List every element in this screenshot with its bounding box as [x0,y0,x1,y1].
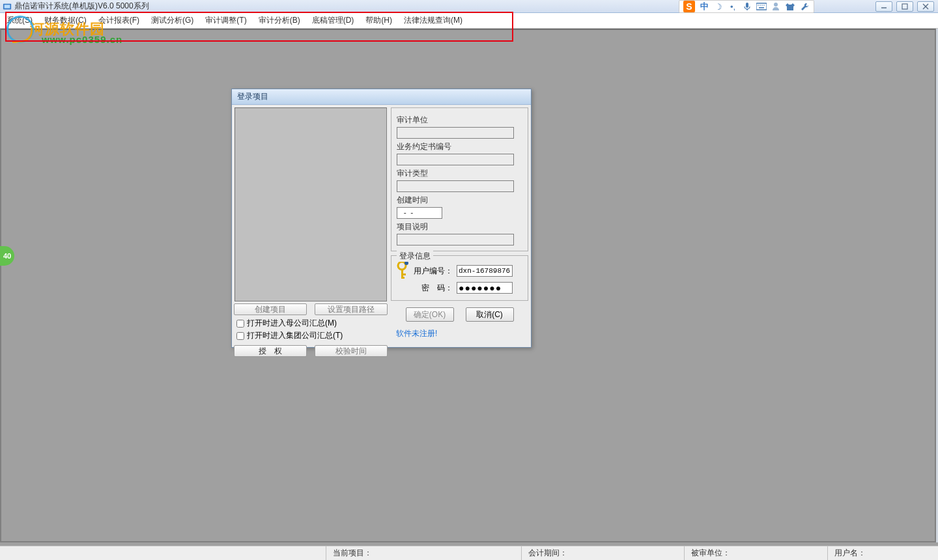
menu-audit-adjust[interactable]: 审计调整(T) [205,15,246,26]
window-controls [875,1,934,12]
menu-test-analysis[interactable]: 测试分析(G) [151,15,193,26]
window-title: 鼎信诺审计系统(单机版)V6.0 5000系列 [14,1,149,12]
input-contract-no[interactable] [397,154,514,165]
svg-point-10 [760,5,761,6]
keyboard-icon[interactable] [756,1,767,12]
svg-rect-1 [5,5,10,8]
status-audited-unit: 被审单位： [684,546,827,560]
svg-rect-18 [401,277,405,279]
input-audit-type[interactable] [397,180,514,192]
cancel-button[interactable]: 取消(C) [466,307,514,322]
create-project-button[interactable]: 创建项目 [234,303,307,315]
menu-workpaper[interactable]: 底稿管理(D) [312,15,354,26]
input-create-time[interactable] [397,207,442,219]
key-icon [397,260,411,281]
label-password: 密 码： [414,283,453,294]
dialog-title: 登录项目 [232,89,531,105]
project-info-group: 审计单位 业务约定书编号 审计类型 创建时间 项目说明 [391,107,528,251]
login-info-group: 登录信息 用户编号： 密 码： ●●●●●●● [391,255,528,301]
sogou-icon[interactable]: S [683,1,695,12]
svg-rect-8 [756,3,767,10]
input-password[interactable]: ●●●●●●● [457,282,513,294]
statusbar: 当前项目： 会计期间： 被审单位： 用户名： [0,546,938,560]
watermark-logo-icon [7,16,34,43]
checkbox-parent-summary[interactable] [236,320,244,328]
ime-toolbar[interactable]: S 中 ☽ •, [679,0,814,13]
person-icon[interactable] [771,1,781,12]
wrench-icon[interactable] [799,1,810,12]
verify-time-button[interactable]: 校验时间 [315,345,388,357]
label-group-summary: 打开时进入集团公司汇总(T) [247,330,343,341]
watermark-url: www.pc0359.cn [42,34,122,45]
moon-icon[interactable]: ☽ [713,1,724,12]
close-button[interactable] [917,1,934,12]
label-project-desc: 项目说明 [397,221,522,232]
svg-rect-6 [746,3,748,8]
punct-icon[interactable]: •, [728,1,738,12]
menubar: 系统(S) 财务数据(C) 会计报表(F) 测试分析(G) 审计调整(T) 审计… [0,13,938,29]
authorize-button[interactable]: 授 权 [234,345,307,357]
input-project-desc[interactable] [397,234,514,245]
side-tab-label: 40 [3,252,11,260]
skin-icon[interactable] [785,1,795,12]
label-parent-summary: 打开时进入母公司汇总(M) [247,318,337,329]
label-audit-type: 审计类型 [397,168,522,179]
checkbox-group-summary[interactable] [236,332,244,340]
minimize-button[interactable] [875,1,892,12]
ime-lang-icon[interactable]: 中 [699,1,709,12]
login-legend: 登录信息 [397,251,433,262]
svg-point-9 [758,5,759,6]
status-username: 用户名： [827,546,938,560]
set-path-button[interactable]: 设置项目路径 [315,303,388,315]
svg-point-12 [763,5,765,6]
svg-point-11 [761,5,763,6]
menu-law-query[interactable]: 法律法规查询(M) [404,15,462,26]
menu-audit-analysis[interactable]: 审计分析(B) [259,15,300,26]
menu-help[interactable]: 帮助(H) [365,15,392,26]
svg-rect-13 [759,7,764,8]
label-create-time: 创建时间 [397,195,522,206]
app-icon [3,2,12,11]
status-empty [0,546,326,560]
status-current-project: 当前项目： [326,546,521,560]
svg-point-14 [774,3,778,7]
status-period: 会计期间： [521,546,684,560]
watermark: 河源软件园 www.pc0359.cn [7,16,105,43]
input-user-id[interactable] [457,265,513,277]
label-audit-unit: 审计单位 [397,115,522,126]
maximize-button[interactable] [896,1,913,12]
project-list-pane[interactable] [234,107,387,301]
label-user-id: 用户编号： [414,266,453,277]
ok-button[interactable]: 确定(OK) [406,307,454,322]
mic-icon[interactable] [742,1,752,12]
svg-rect-17 [401,273,406,275]
svg-rect-3 [902,4,907,9]
unregistered-link[interactable]: 软件未注册! [391,328,528,344]
input-audit-unit[interactable] [397,127,514,139]
label-contract-no: 业务约定书编号 [397,141,522,152]
